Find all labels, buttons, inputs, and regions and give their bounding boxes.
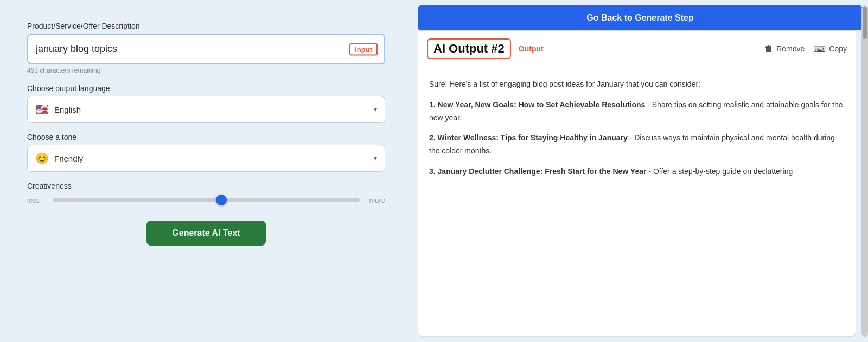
language-field-group: Choose output language 🇺🇸 English ▾ bbox=[27, 84, 385, 123]
output-paragraph-2: 1. New Year, New Goals: How to Set Achie… bbox=[429, 99, 845, 125]
flag-icon: 🇺🇸 bbox=[35, 103, 49, 116]
char-count: 493 characters remaining bbox=[27, 67, 385, 74]
output-header: AI Output #2 Output 🗑 Remove ⌨ Copy bbox=[418, 31, 856, 67]
trash-icon: 🗑 bbox=[764, 44, 773, 54]
tone-icon: 😊 bbox=[35, 152, 49, 165]
slider-thumb[interactable] bbox=[216, 195, 227, 205]
output-paragraph-1: Sure! Here's a list of engaging blog pos… bbox=[429, 78, 845, 91]
output-card: AI Output #2 Output 🗑 Remove ⌨ Copy Sure… bbox=[418, 30, 856, 337]
output-body: Sure! Here's a list of engaging blog pos… bbox=[418, 67, 856, 336]
creativeness-less-label: less bbox=[27, 196, 46, 204]
creativeness-label: Creativeness bbox=[27, 182, 385, 190]
output-paragraph-3: 2. Winter Wellness: Tips for Staying Hea… bbox=[429, 132, 845, 158]
language-value: English bbox=[54, 105, 374, 114]
creativeness-section: Creativeness less more bbox=[27, 182, 385, 205]
slider-track bbox=[53, 198, 360, 202]
copy-action[interactable]: ⌨ Copy bbox=[813, 44, 847, 54]
remove-label: Remove bbox=[776, 44, 805, 53]
creativeness-row: less more bbox=[27, 195, 385, 205]
input-badge: Input bbox=[349, 43, 378, 55]
creativeness-slider[interactable] bbox=[53, 195, 360, 205]
output-title: AI Output #2 bbox=[427, 38, 511, 59]
tone-select[interactable]: 😊 Friendly ▾ bbox=[27, 145, 385, 172]
description-field-group: Product/Service/Offer Description Input … bbox=[27, 22, 385, 74]
copy-label: Copy bbox=[829, 44, 847, 53]
creativeness-more-label: more bbox=[366, 196, 385, 204]
tone-field-group: Choose a tone 😊 Friendly ▾ bbox=[27, 133, 385, 172]
left-panel: Product/Service/Offer Description Input … bbox=[0, 0, 412, 342]
tone-value: Friendly bbox=[54, 154, 374, 163]
chevron-down-icon: ▾ bbox=[374, 154, 377, 162]
language-select[interactable]: 🇺🇸 English ▾ bbox=[27, 96, 385, 123]
output-card-wrapper: AI Output #2 Output 🗑 Remove ⌨ Copy Sure… bbox=[418, 30, 863, 337]
output-label: Output bbox=[519, 44, 544, 53]
remove-action[interactable]: 🗑 Remove bbox=[764, 44, 805, 54]
chevron-down-icon: ▾ bbox=[374, 106, 377, 113]
language-label: Choose output language bbox=[27, 84, 385, 93]
input-wrapper: Input bbox=[27, 34, 385, 64]
copy-icon: ⌨ bbox=[813, 44, 826, 54]
go-back-button[interactable]: Go Back to Generate Step bbox=[418, 5, 863, 30]
slider-fill bbox=[53, 198, 221, 202]
header-actions: 🗑 Remove ⌨ Copy bbox=[764, 44, 847, 54]
description-label: Product/Service/Offer Description bbox=[27, 22, 385, 30]
tone-label: Choose a tone bbox=[27, 133, 385, 141]
output-paragraph-4: 3. January Declutter Challenge: Fresh St… bbox=[429, 165, 845, 178]
right-panel: Go Back to Generate Step AI Output #2 Ou… bbox=[412, 0, 868, 342]
generate-button[interactable]: Generate AI Text bbox=[146, 221, 266, 246]
scrollbar[interactable] bbox=[861, 30, 863, 337]
description-input[interactable] bbox=[27, 34, 385, 64]
